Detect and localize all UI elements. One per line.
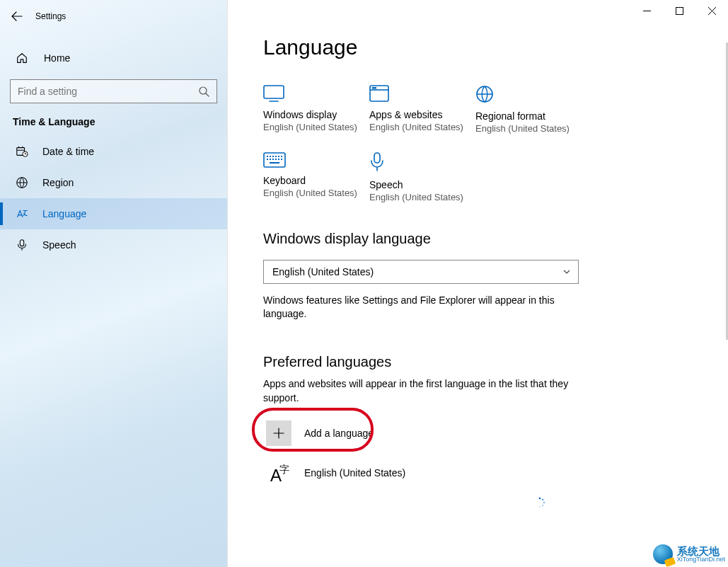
tile-title: Windows display (263, 109, 369, 120)
globe-icon (16, 176, 28, 189)
nav-language[interactable]: Language (0, 198, 227, 229)
nav-speech[interactable]: Speech (0, 229, 227, 260)
plus-icon (266, 420, 291, 446)
minimize-button[interactable] (630, 0, 663, 21)
tile-title: Speech (369, 179, 475, 190)
svg-rect-23 (374, 153, 380, 163)
maximize-icon (676, 7, 683, 15)
globe-large-icon (475, 85, 494, 103)
nav-region[interactable]: Region (0, 167, 227, 198)
svg-rect-16 (267, 159, 268, 160)
svg-rect-15 (281, 156, 282, 157)
svg-rect-14 (278, 156, 279, 157)
search-input[interactable] (10, 79, 217, 103)
svg-rect-13 (275, 156, 277, 157)
mic-icon (16, 239, 28, 251)
content-area: Language Windows display English (United… (228, 0, 728, 567)
nav-label: Date & time (42, 146, 94, 157)
monitor-icon (263, 85, 284, 102)
svg-rect-21 (281, 159, 282, 160)
svg-point-27 (542, 499, 543, 500)
svg-rect-19 (275, 159, 277, 160)
language-list-item[interactable]: A 字 English (United States) (263, 457, 728, 488)
preferred-languages-help: Apps and websites will appear in the fir… (263, 377, 574, 405)
svg-rect-10 (267, 156, 268, 157)
svg-rect-12 (272, 156, 274, 157)
loading-spinner-icon (534, 497, 545, 508)
display-language-help: Windows features like Settings and File … (263, 294, 574, 321)
minimize-icon (643, 7, 651, 15)
add-language-label: Add a language (304, 428, 374, 439)
svg-rect-22 (270, 162, 279, 164)
tile-windows-display[interactable]: Windows display English (United States) (263, 85, 369, 135)
svg-rect-20 (278, 159, 279, 160)
sidebar: Settings Home Time & Language Date & tim… (0, 0, 228, 567)
tile-sub: English (United States) (263, 122, 369, 134)
language-icon (16, 207, 28, 220)
tile-title: Keyboard (263, 175, 369, 186)
tile-title: Apps & websites (369, 109, 475, 120)
keyboard-icon (263, 152, 286, 168)
nav-label: Speech (42, 239, 76, 251)
display-language-dropdown[interactable]: English (United States) (263, 260, 579, 284)
titlebar: Settings (0, 6, 227, 27)
svg-rect-31 (676, 7, 683, 14)
close-button[interactable] (695, 0, 728, 21)
overview-tiles: Windows display English (United States) … (263, 85, 596, 204)
svg-rect-17 (270, 159, 271, 160)
nav-home-label: Home (44, 52, 70, 64)
watermark: 系统天地 XiTongTianDi.net (653, 544, 725, 564)
tile-regional-format[interactable]: Regional format English (United States) (475, 85, 582, 135)
tile-apps-websites[interactable]: Apps & websites English (United States) (369, 85, 475, 135)
svg-rect-4 (20, 240, 23, 246)
window-controls (630, 0, 728, 21)
add-language-button[interactable]: Add a language (263, 418, 405, 449)
search-field[interactable] (18, 86, 198, 97)
nav-label: Language (42, 208, 86, 219)
nav-date-time[interactable]: Date & time (0, 136, 227, 167)
tile-sub: English (United States) (475, 123, 582, 135)
tile-sub: English (United States) (369, 122, 475, 134)
svg-point-28 (543, 502, 545, 503)
calendar-clock-icon (16, 145, 28, 158)
maximize-button[interactable] (663, 0, 695, 21)
svg-point-30 (539, 506, 541, 508)
watermark-line2: XiTongTianDi.net (677, 556, 725, 563)
nav-label: Region (42, 177, 74, 188)
page-title: Language (263, 35, 728, 59)
mic-large-icon (369, 152, 385, 172)
display-language-heading: Windows display language (263, 231, 728, 247)
close-icon (708, 7, 716, 15)
tile-speech[interactable]: Speech English (United States) (369, 152, 475, 204)
nav-home[interactable]: Home (0, 42, 227, 74)
svg-rect-18 (272, 159, 274, 160)
preferred-languages-heading: Preferred languages (263, 354, 728, 370)
svg-point-29 (542, 505, 543, 506)
section-title: Time & Language (0, 103, 227, 136)
svg-point-26 (539, 498, 541, 500)
search-icon (198, 86, 209, 97)
svg-rect-5 (264, 86, 284, 98)
window-title: Settings (35, 11, 66, 21)
svg-rect-11 (270, 156, 271, 157)
chevron-down-icon (562, 268, 571, 276)
language-label: English (United States) (304, 467, 405, 479)
watermark-logo-icon (653, 544, 673, 564)
dropdown-value: English (United States) (272, 266, 374, 277)
tile-sub: English (United States) (369, 192, 475, 204)
svg-point-0 (200, 87, 207, 94)
watermark-line1: 系统天地 (677, 546, 725, 556)
tile-keyboard[interactable]: Keyboard English (United States) (263, 152, 369, 204)
language-glyph-icon: A 字 (266, 460, 291, 486)
arrow-left-icon (11, 11, 23, 22)
browser-icon (369, 85, 389, 102)
home-icon (16, 52, 28, 64)
back-button[interactable] (10, 9, 24, 23)
svg-text:字: 字 (279, 464, 289, 475)
svg-rect-7 (372, 87, 376, 89)
tile-title: Regional format (475, 110, 582, 122)
tile-sub: English (United States) (263, 188, 369, 200)
